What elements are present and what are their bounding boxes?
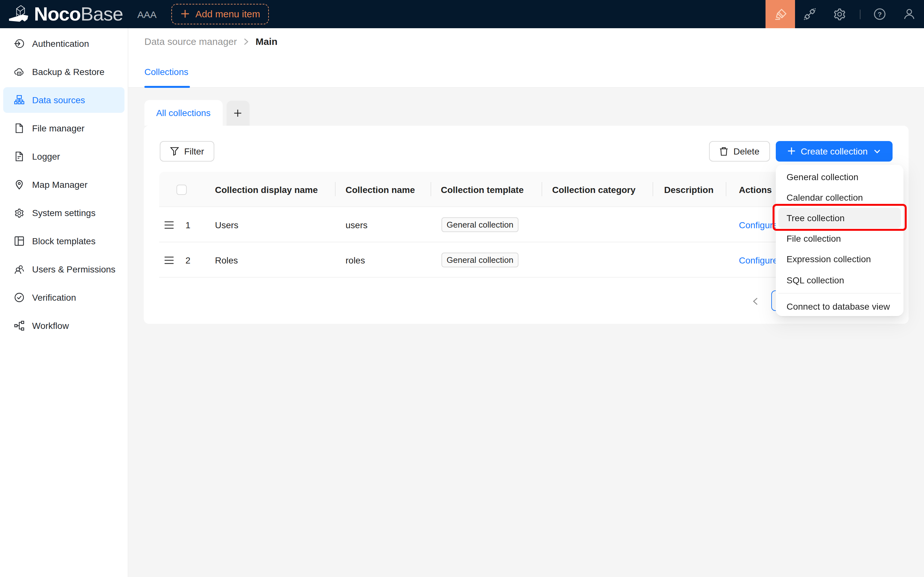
svg-text:?: ? xyxy=(878,11,882,18)
